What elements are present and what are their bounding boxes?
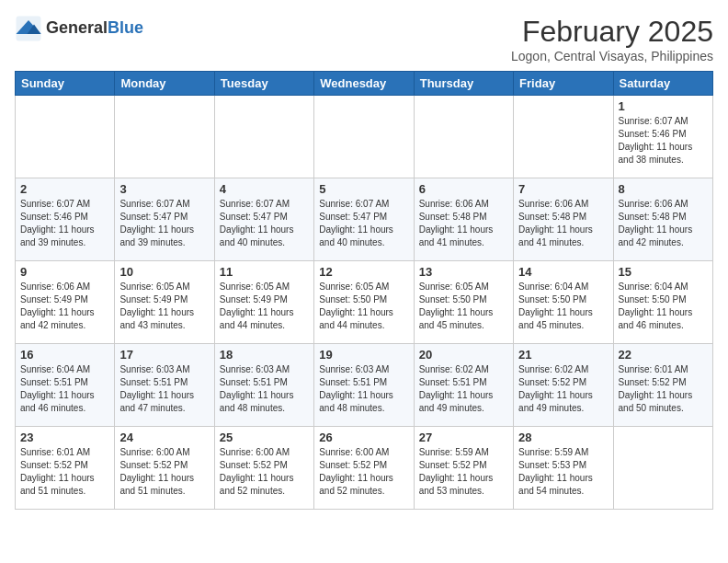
- day-number: 10: [119, 265, 209, 279]
- day-cell: 17Sunrise: 6:03 AM Sunset: 5:51 PM Dayli…: [115, 344, 214, 427]
- day-info: Sunrise: 6:00 AM Sunset: 5:52 PM Dayligh…: [319, 446, 408, 498]
- day-cell: 19Sunrise: 6:03 AM Sunset: 5:51 PM Dayli…: [314, 344, 414, 427]
- day-info: Sunrise: 6:07 AM Sunset: 5:47 PM Dayligh…: [220, 198, 309, 249]
- day-number: 23: [20, 431, 109, 444]
- title-block: February 2025 Logon, Central Visayas, Ph…: [511, 15, 713, 63]
- week-row-1: 1Sunrise: 6:07 AM Sunset: 5:46 PM Daylig…: [16, 96, 713, 178]
- day-number: 25: [220, 431, 309, 444]
- weekday-header-sunday: Sunday: [16, 72, 115, 96]
- day-info: Sunrise: 6:04 AM Sunset: 5:50 PM Dayligh…: [619, 281, 708, 332]
- day-cell: 20Sunrise: 6:02 AM Sunset: 5:51 PM Dayli…: [414, 344, 513, 427]
- day-cell: 21Sunrise: 6:02 AM Sunset: 5:52 PM Dayli…: [514, 344, 613, 427]
- day-cell: 26Sunrise: 6:00 AM Sunset: 5:52 PM Dayli…: [314, 427, 414, 510]
- day-info: Sunrise: 6:04 AM Sunset: 5:50 PM Dayligh…: [518, 281, 608, 332]
- day-cell: 5Sunrise: 6:07 AM Sunset: 5:47 PM Daylig…: [314, 178, 414, 261]
- weekday-header-wednesday: Wednesday: [314, 72, 414, 96]
- day-cell: 18Sunrise: 6:03 AM Sunset: 5:51 PM Dayli…: [214, 344, 313, 427]
- day-info: Sunrise: 6:06 AM Sunset: 5:48 PM Dayligh…: [419, 198, 508, 249]
- day-info: Sunrise: 6:04 AM Sunset: 5:51 PM Dayligh…: [20, 363, 109, 415]
- day-cell: 12Sunrise: 6:05 AM Sunset: 5:50 PM Dayli…: [314, 261, 414, 344]
- logo-icon: [15, 15, 42, 42]
- day-number: 7: [518, 182, 608, 196]
- day-number: 22: [619, 348, 708, 362]
- day-cell: 1Sunrise: 6:07 AM Sunset: 5:46 PM Daylig…: [613, 96, 712, 178]
- day-cell: 27Sunrise: 5:59 AM Sunset: 5:52 PM Dayli…: [414, 427, 513, 510]
- day-info: Sunrise: 5:59 AM Sunset: 5:53 PM Dayligh…: [518, 446, 608, 498]
- page-header: GeneralBlue February 2025 Logon, Central…: [15, 15, 713, 63]
- day-info: Sunrise: 6:06 AM Sunset: 5:48 PM Dayligh…: [619, 198, 708, 249]
- day-cell: 9Sunrise: 6:06 AM Sunset: 5:49 PM Daylig…: [16, 261, 115, 344]
- weekday-header-row: SundayMondayTuesdayWednesdayThursdayFrid…: [16, 72, 713, 96]
- week-row-3: 9Sunrise: 6:06 AM Sunset: 5:49 PM Daylig…: [16, 261, 713, 344]
- day-number: 24: [119, 431, 209, 444]
- day-number: 3: [119, 182, 209, 196]
- day-number: 11: [220, 265, 309, 279]
- day-info: Sunrise: 6:03 AM Sunset: 5:51 PM Dayligh…: [319, 363, 408, 415]
- day-info: Sunrise: 6:01 AM Sunset: 5:52 PM Dayligh…: [619, 363, 708, 415]
- day-cell: 13Sunrise: 6:05 AM Sunset: 5:50 PM Dayli…: [414, 261, 513, 344]
- day-info: Sunrise: 6:03 AM Sunset: 5:51 PM Dayligh…: [119, 363, 209, 415]
- day-cell: 2Sunrise: 6:07 AM Sunset: 5:46 PM Daylig…: [16, 178, 115, 261]
- weekday-header-thursday: Thursday: [414, 72, 513, 96]
- day-cell: [314, 96, 414, 178]
- day-info: Sunrise: 6:00 AM Sunset: 5:52 PM Dayligh…: [220, 446, 309, 498]
- day-number: 20: [419, 348, 508, 362]
- day-cell: 7Sunrise: 6:06 AM Sunset: 5:48 PM Daylig…: [514, 178, 613, 261]
- day-cell: 8Sunrise: 6:06 AM Sunset: 5:48 PM Daylig…: [613, 178, 712, 261]
- day-cell: 15Sunrise: 6:04 AM Sunset: 5:50 PM Dayli…: [613, 261, 712, 344]
- day-cell: [16, 96, 115, 178]
- day-number: 27: [419, 431, 508, 444]
- day-cell: 11Sunrise: 6:05 AM Sunset: 5:49 PM Dayli…: [214, 261, 313, 344]
- day-number: 9: [20, 265, 109, 279]
- logo: GeneralBlue: [15, 15, 143, 42]
- day-info: Sunrise: 6:01 AM Sunset: 5:52 PM Dayligh…: [20, 446, 109, 498]
- day-info: Sunrise: 6:00 AM Sunset: 5:52 PM Dayligh…: [119, 446, 209, 498]
- week-row-5: 23Sunrise: 6:01 AM Sunset: 5:52 PM Dayli…: [16, 427, 713, 510]
- day-number: 19: [319, 348, 408, 362]
- day-info: Sunrise: 6:05 AM Sunset: 5:49 PM Dayligh…: [119, 281, 209, 332]
- day-info: Sunrise: 6:02 AM Sunset: 5:52 PM Dayligh…: [518, 363, 608, 415]
- weekday-header-saturday: Saturday: [613, 72, 712, 96]
- day-number: 8: [619, 182, 708, 196]
- day-cell: [115, 96, 214, 178]
- day-info: Sunrise: 5:59 AM Sunset: 5:52 PM Dayligh…: [419, 446, 508, 498]
- day-cell: [414, 96, 513, 178]
- day-info: Sunrise: 6:07 AM Sunset: 5:46 PM Dayligh…: [20, 198, 109, 249]
- day-cell: 28Sunrise: 5:59 AM Sunset: 5:53 PM Dayli…: [514, 427, 613, 510]
- day-info: Sunrise: 6:06 AM Sunset: 5:49 PM Dayligh…: [20, 281, 109, 332]
- day-cell: 24Sunrise: 6:00 AM Sunset: 5:52 PM Dayli…: [115, 427, 214, 510]
- day-number: 13: [419, 265, 508, 279]
- day-info: Sunrise: 6:05 AM Sunset: 5:50 PM Dayligh…: [319, 281, 408, 332]
- day-number: 15: [619, 265, 708, 279]
- day-cell: 14Sunrise: 6:04 AM Sunset: 5:50 PM Dayli…: [514, 261, 613, 344]
- location-subtitle: Logon, Central Visayas, Philippines: [511, 49, 713, 63]
- day-info: Sunrise: 6:05 AM Sunset: 5:50 PM Dayligh…: [419, 281, 508, 332]
- weekday-header-friday: Friday: [514, 72, 613, 96]
- day-info: Sunrise: 6:06 AM Sunset: 5:48 PM Dayligh…: [518, 198, 608, 249]
- day-number: 2: [20, 182, 109, 196]
- day-info: Sunrise: 6:02 AM Sunset: 5:51 PM Dayligh…: [419, 363, 508, 415]
- day-cell: 4Sunrise: 6:07 AM Sunset: 5:47 PM Daylig…: [214, 178, 313, 261]
- day-info: Sunrise: 6:07 AM Sunset: 5:47 PM Dayligh…: [119, 198, 209, 249]
- day-number: 21: [518, 348, 608, 362]
- day-number: 14: [518, 265, 608, 279]
- weekday-header-tuesday: Tuesday: [214, 72, 313, 96]
- day-cell: 23Sunrise: 6:01 AM Sunset: 5:52 PM Dayli…: [16, 427, 115, 510]
- day-cell: 3Sunrise: 6:07 AM Sunset: 5:47 PM Daylig…: [115, 178, 214, 261]
- day-cell: 25Sunrise: 6:00 AM Sunset: 5:52 PM Dayli…: [214, 427, 313, 510]
- day-info: Sunrise: 6:03 AM Sunset: 5:51 PM Dayligh…: [220, 363, 309, 415]
- day-cell: 10Sunrise: 6:05 AM Sunset: 5:49 PM Dayli…: [115, 261, 214, 344]
- day-cell: [214, 96, 313, 178]
- day-number: 1: [619, 99, 708, 113]
- day-cell: 22Sunrise: 6:01 AM Sunset: 5:52 PM Dayli…: [613, 344, 712, 427]
- week-row-2: 2Sunrise: 6:07 AM Sunset: 5:46 PM Daylig…: [16, 178, 713, 261]
- day-number: 6: [419, 182, 508, 196]
- day-number: 28: [518, 431, 608, 444]
- logo-line1: General: [46, 18, 108, 37]
- day-number: 4: [220, 182, 309, 196]
- weekday-header-monday: Monday: [115, 72, 214, 96]
- day-number: 5: [319, 182, 408, 196]
- month-title: February 2025: [511, 15, 713, 49]
- day-cell: [613, 427, 712, 510]
- calendar-table: SundayMondayTuesdayWednesdayThursdayFrid…: [15, 71, 713, 510]
